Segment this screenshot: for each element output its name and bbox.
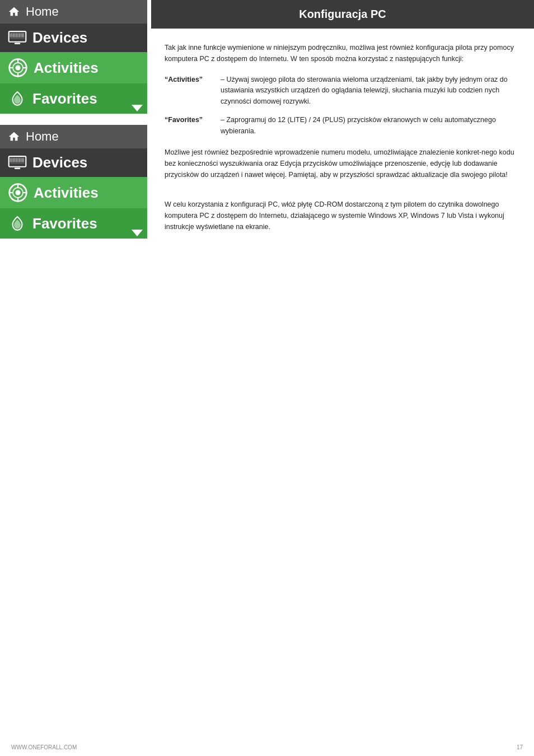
- svg-rect-3: [13, 33, 15, 37]
- home-icon: [8, 6, 20, 18]
- sidebar-item-activities-2[interactable]: Activities: [0, 177, 147, 208]
- devices-icon-1: [8, 30, 27, 46]
- nav-block-1: Home Devices: [0, 0, 147, 114]
- favorites-icon-2: [8, 214, 27, 233]
- svg-rect-2: [10, 33, 12, 37]
- svg-point-24: [16, 190, 21, 195]
- sidebar-item-favorites-2[interactable]: Favorites: [0, 208, 147, 239]
- sidebar: Home Devices: [0, 0, 147, 244]
- svg-rect-5: [18, 33, 21, 37]
- feature-term-favorites: “Favorites”: [165, 115, 221, 137]
- feature-item-favorites: “Favorites” – Zaprogramuj do 12 (LITE) /…: [165, 115, 521, 137]
- footer-page-number: 17: [517, 744, 523, 750]
- feature-term-activities: “Activities”: [165, 74, 221, 107]
- feature-desc-favorites: – Zaprogramuj do 12 (LITE) / 24 (PLUS) p…: [221, 115, 521, 137]
- main-content: Tak jak inne funkcje wymienione w niniej…: [151, 31, 534, 254]
- devices-icon-2: [8, 155, 27, 171]
- svg-rect-6: [21, 33, 24, 37]
- svg-rect-18: [13, 158, 15, 162]
- home-icon-2: [8, 130, 20, 143]
- chevron-down-icon-1: [132, 105, 143, 111]
- svg-rect-20: [18, 158, 21, 162]
- sidebar-favorites-label-2: Favorites: [32, 215, 97, 232]
- page-footer: WWW.ONEFORALL.COM 17: [0, 744, 534, 750]
- feature-list: “Activities” – Używaj swojego pilota do …: [165, 74, 521, 137]
- outro-paragraph-2: W celu korzystania z konfiguracji PC, wł…: [165, 199, 521, 232]
- sidebar-activities-label-1: Activities: [34, 59, 99, 77]
- feature-desc-activities: – Używaj swojego pilota do sterowania wi…: [221, 74, 521, 107]
- feature-item-activities: “Activities” – Używaj swojego pilota do …: [165, 74, 521, 107]
- sidebar-item-activities-1[interactable]: Activities: [0, 52, 147, 83]
- activities-icon-1: [8, 58, 28, 78]
- sidebar-item-home-1[interactable]: Home: [0, 0, 147, 24]
- outro-paragraph-1: Możliwe jest również bezpośrednie wprowa…: [165, 147, 521, 180]
- sidebar-home-label-2: Home: [26, 129, 59, 144]
- intro-paragraph: Tak jak inne funkcje wymienione w niniej…: [165, 42, 521, 64]
- svg-rect-22: [15, 167, 20, 169]
- svg-rect-7: [15, 43, 20, 44]
- sidebar-item-devices-1[interactable]: Devices: [0, 24, 147, 52]
- sidebar-item-devices-2[interactable]: Devices: [0, 148, 147, 177]
- nav-block-2: Home Devices: [0, 125, 147, 239]
- page-title: Konfiguracja PC: [151, 0, 534, 29]
- sidebar-devices-label-2: Devices: [32, 154, 87, 171]
- sidebar-home-label-1: Home: [26, 4, 59, 19]
- sidebar-favorites-label-1: Favorites: [32, 90, 97, 108]
- svg-rect-21: [21, 158, 24, 162]
- favorites-icon-1: [8, 89, 27, 108]
- sidebar-devices-label-1: Devices: [32, 29, 87, 46]
- svg-rect-19: [16, 158, 18, 162]
- sidebar-item-favorites-1[interactable]: Favorites: [0, 83, 147, 114]
- svg-point-9: [16, 66, 21, 71]
- footer-website: WWW.ONEFORALL.COM: [11, 744, 77, 750]
- sidebar-activities-label-2: Activities: [34, 184, 99, 202]
- sidebar-item-home-2[interactable]: Home: [0, 125, 147, 148]
- chevron-down-icon-2: [132, 230, 143, 236]
- activities-icon-2: [8, 183, 28, 203]
- svg-rect-4: [16, 33, 18, 37]
- svg-rect-17: [10, 158, 12, 162]
